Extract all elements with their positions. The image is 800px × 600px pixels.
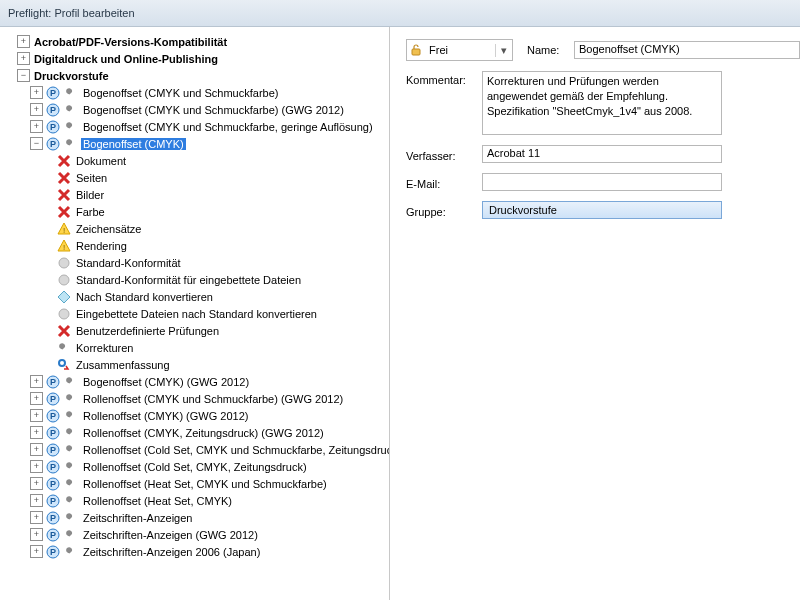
expand-icon[interactable]: + — [30, 494, 43, 507]
profile-p-icon: P — [45, 85, 61, 101]
tree-profile[interactable]: +PRollenoffset (CMYK) (GWG 2012) — [4, 407, 389, 424]
tree-profile[interactable]: +PRollenoffset (CMYK und Schmuckfarbe) (… — [4, 390, 389, 407]
tree-check[interactable]: Dokument — [4, 152, 389, 169]
tree-check[interactable]: !Rendering — [4, 237, 389, 254]
profile-p-icon: P — [45, 459, 61, 475]
tree-profile-selected[interactable]: −PBogenoffset (CMYK) — [4, 135, 389, 152]
svg-text:P: P — [50, 377, 56, 387]
tree-category[interactable]: −Druckvorstufe — [4, 67, 389, 84]
tree-check[interactable]: Bilder — [4, 186, 389, 203]
tree-profile[interactable]: +PBogenoffset (CMYK und Schmuckfarbe, ge… — [4, 118, 389, 135]
expand-icon[interactable]: + — [30, 409, 43, 422]
tree-profile[interactable]: +PRollenoffset (Heat Set, CMYK) — [4, 492, 389, 509]
wrench-icon — [63, 493, 79, 509]
tree-profile[interactable]: +PRollenoffset (Heat Set, CMYK und Schmu… — [4, 475, 389, 492]
wrench-icon — [63, 374, 79, 390]
name-input[interactable]: Bogenoffset (CMYK) — [574, 41, 800, 59]
tree-check[interactable]: Korrekturen — [4, 339, 389, 356]
tree-check[interactable]: !Zeichensätze — [4, 220, 389, 237]
author-input[interactable]: Acrobat 11 — [482, 145, 722, 163]
email-input[interactable] — [482, 173, 722, 191]
expand-icon[interactable]: + — [30, 120, 43, 133]
tree-profile[interactable]: +PRollenoffset (Cold Set, CMYK und Schmu… — [4, 441, 389, 458]
svg-text:P: P — [50, 411, 56, 421]
tree-check[interactable]: Nach Standard konvertieren — [4, 288, 389, 305]
svg-text:P: P — [50, 530, 56, 540]
svg-rect-36 — [412, 49, 420, 55]
profile-p-icon: P — [45, 119, 61, 135]
expand-icon[interactable]: + — [30, 545, 43, 558]
svg-text:P: P — [50, 547, 56, 557]
wrench-icon — [63, 85, 79, 101]
profile-p-icon: P — [45, 493, 61, 509]
tree-profile[interactable]: +PBogenoffset (CMYK und Schmuckfarbe) — [4, 84, 389, 101]
expand-icon[interactable]: + — [30, 460, 43, 473]
email-label: E-Mail: — [406, 175, 482, 190]
profile-p-icon: P — [45, 391, 61, 407]
expand-icon[interactable]: + — [30, 392, 43, 405]
collapse-icon[interactable]: − — [17, 69, 30, 82]
wrench-icon — [63, 425, 79, 441]
expand-icon[interactable]: + — [30, 86, 43, 99]
svg-text:P: P — [50, 105, 56, 115]
tree-category[interactable]: +Acrobat/PDF-Versions-Kompatibilität — [4, 33, 389, 50]
comment-label: Kommentar: — [406, 71, 482, 86]
tree-profile[interactable]: +PBogenoffset (CMYK und Schmuckfarbe) (G… — [4, 101, 389, 118]
profile-p-icon: P — [45, 476, 61, 492]
author-label: Verfasser: — [406, 147, 482, 162]
wrench-icon — [63, 136, 79, 152]
group-label: Gruppe: — [406, 203, 482, 218]
convert-icon — [56, 289, 72, 305]
svg-text:P: P — [50, 462, 56, 472]
window-titlebar: Preflight: Profil bearbeiten — [0, 0, 800, 27]
expand-icon[interactable]: + — [30, 528, 43, 541]
expand-icon[interactable]: + — [30, 426, 43, 439]
expand-icon[interactable]: + — [17, 35, 30, 48]
tree-check[interactable]: Seiten — [4, 169, 389, 186]
expand-icon[interactable]: + — [30, 103, 43, 116]
tree-profile[interactable]: +PBogenoffset (CMYK) (GWG 2012) — [4, 373, 389, 390]
profile-p-icon: P — [45, 408, 61, 424]
profile-p-icon: P — [45, 510, 61, 526]
tree-check[interactable]: Standard-Konformität für eingebettete Da… — [4, 271, 389, 288]
expand-icon[interactable]: + — [30, 443, 43, 456]
tree-check[interactable]: Zusammenfassung — [4, 356, 389, 373]
svg-text:P: P — [50, 394, 56, 404]
expand-icon[interactable]: + — [30, 477, 43, 490]
unlock-icon — [407, 44, 425, 56]
tree-check[interactable]: Eingebettete Dateien nach Standard konve… — [4, 305, 389, 322]
collapse-icon[interactable]: − — [30, 137, 43, 150]
svg-point-13 — [59, 360, 65, 366]
tree-check[interactable]: Benutzerdefinierte Prüfungen — [4, 322, 389, 339]
group-dropdown[interactable]: Druckvorstufe — [482, 201, 722, 219]
svg-text:P: P — [50, 445, 56, 455]
error-icon — [56, 323, 72, 339]
tree-category[interactable]: +Digitaldruck und Online-Publishing — [4, 50, 389, 67]
chevron-down-icon: ▾ — [495, 44, 512, 57]
tree-profile[interactable]: +PZeitschriften-Anzeigen 2006 (Japan) — [4, 543, 389, 560]
comment-textarea[interactable]: Korrekturen und Prüfungen werden angewen… — [482, 71, 722, 135]
expand-icon[interactable]: + — [30, 511, 43, 524]
error-icon — [56, 170, 72, 186]
tree-check[interactable]: Standard-Konformität — [4, 254, 389, 271]
error-icon — [56, 153, 72, 169]
tree-check[interactable]: Farbe — [4, 203, 389, 220]
lock-dropdown[interactable]: Frei ▾ — [406, 39, 513, 61]
tree-profile[interactable]: +PZeitschriften-Anzeigen — [4, 509, 389, 526]
svg-text:P: P — [50, 139, 56, 149]
wrench-icon — [63, 510, 79, 526]
main-split: +Acrobat/PDF-Versions-Kompatibilität +Di… — [0, 27, 800, 600]
warning-icon: ! — [56, 238, 72, 254]
profile-p-icon: P — [45, 425, 61, 441]
expand-icon[interactable]: + — [30, 375, 43, 388]
tree-panel[interactable]: +Acrobat/PDF-Versions-Kompatibilität +Di… — [0, 27, 390, 600]
tree-profile[interactable]: +PRollenoffset (Cold Set, CMYK, Zeitungs… — [4, 458, 389, 475]
wrench-icon — [63, 442, 79, 458]
svg-point-10 — [59, 258, 69, 268]
tree-profile[interactable]: +PZeitschriften-Anzeigen (GWG 2012) — [4, 526, 389, 543]
profile-p-icon: P — [45, 374, 61, 390]
expand-icon[interactable]: + — [17, 52, 30, 65]
tree-profile[interactable]: +PRollenoffset (CMYK, Zeitungsdruck) (GW… — [4, 424, 389, 441]
inactive-icon — [56, 306, 72, 322]
wrench-icon — [63, 476, 79, 492]
